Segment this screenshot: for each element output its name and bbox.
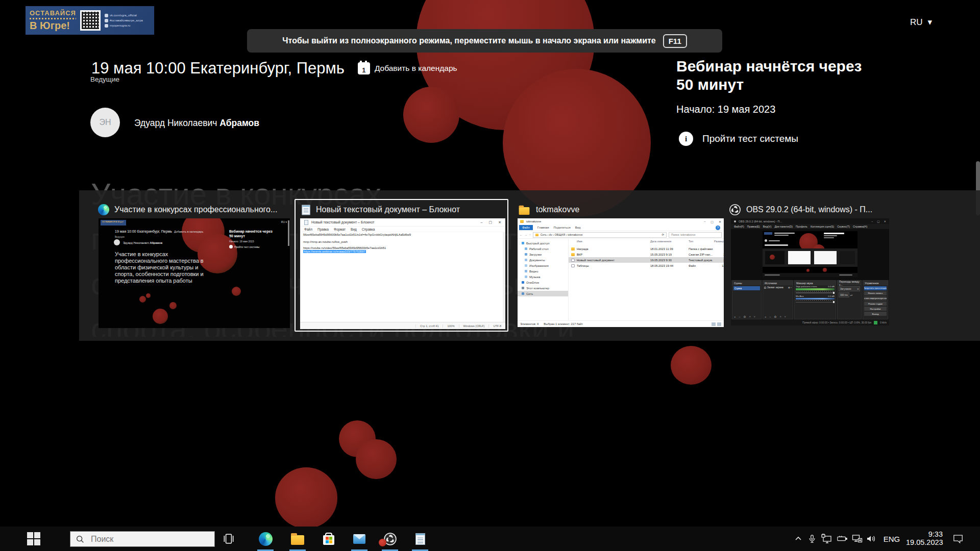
taskbar: ENG 9:33 19.05.2023 [0, 527, 980, 551]
windows-logo-icon [27, 532, 40, 545]
tray-volume[interactable] [865, 533, 878, 545]
mini-title: Участие в конкурсах профессионального ма… [115, 251, 204, 284]
notepad-titlebar: Новый текстовый документ – Блокнот –▢✕ [300, 218, 505, 227]
mini-system-test: Пройти тест системы [229, 245, 259, 248]
taskbar-notepad[interactable] [412, 531, 428, 547]
explorer-search-box: Поиск: tokmakovve [669, 232, 722, 238]
switcher-window-notepad[interactable]: Новый текстовый документ – Блокнот [301, 203, 504, 216]
network-icon [851, 534, 863, 544]
audio-meter [796, 288, 835, 290]
mini-language: RU ▾ [281, 220, 287, 223]
open-app-indicator [257, 549, 274, 551]
mini-avatar [114, 239, 120, 245]
file-row: ВКР 15.05.2023 9:19 Сжатая ZIP-пап... 1 … [569, 252, 724, 257]
obs-scene-item: Сцена [733, 286, 760, 290]
notepad-icon [415, 533, 425, 545]
start-button[interactable] [24, 531, 43, 546]
tray-battery[interactable] [836, 533, 849, 545]
mail-icon [353, 534, 365, 544]
tray-display-lock[interactable] [820, 533, 834, 545]
task-view-button[interactable] [220, 531, 237, 547]
taskbar-explorer[interactable] [290, 531, 305, 546]
tray-clock[interactable]: 9:33 19.05.2023 [906, 530, 943, 546]
add-to-calendar-button[interactable]: 1 Добавить в календарь [358, 62, 457, 74]
obs-controls-panel: Управление Запустить трансляцию Начать з… [863, 280, 888, 319]
obs-dock-panels: Сцены Сцена + − ⚙ ˄ ˅ Источники Захват э… [731, 280, 889, 319]
explorer-statusbar: Элементов: 4 Выбран 1 элемент: 217 байт [518, 320, 724, 327]
microphone-icon [807, 534, 817, 544]
file-row: Награда 18.01.2023 11:39 Папка с файлами [569, 246, 724, 252]
system-test-link[interactable]: i Пройти тест системы [679, 132, 798, 146]
notepad-scrollbar [503, 232, 505, 322]
social-icon [105, 24, 108, 28]
stay-in-ugra-banner[interactable]: ОСТАВАЙСЯ В Югре! vk.com/ugra_official #… [26, 6, 154, 35]
notepad-text-area: 56eef65eba5949d95600b5e7aa1cd1b51/s1sf=4… [300, 232, 503, 322]
mini-countdown: Вебинар начнётся через50 минут [229, 230, 285, 238]
f11-key-badge: F11 [663, 34, 687, 48]
language-selector[interactable]: RU ▾ [910, 17, 932, 28]
action-center-button[interactable] [950, 533, 966, 545]
chevron-down-icon: ▾ [928, 17, 933, 28]
mini-blob [232, 287, 241, 296]
event-datetime-row: 19 мая 10:00 Екатеринбург, Пермь 1 Добав… [91, 59, 457, 78]
explorer-nav-pane: Быстрый доступ Рабочий стол Загрузки Док… [518, 239, 569, 320]
red-blob-center-b [356, 439, 397, 479]
window-controls: –▢✕ [871, 220, 886, 223]
switcher-window-edge[interactable]: Участие в конкурсах профессионального... [98, 203, 291, 216]
volume-slider [796, 292, 835, 293]
mini-blob [169, 302, 177, 309]
stream-health-indicator [874, 321, 877, 324]
explorer-nav-selected: Сеть [518, 291, 568, 296]
red-blob-mid-right [671, 346, 712, 385]
banner-text: ОСТАВАЙСЯ В Югре! [30, 10, 76, 31]
tray-language[interactable]: ENG [881, 533, 902, 544]
taskbar-obs[interactable] [382, 531, 398, 547]
switcher-thumbnail-explorer[interactable]: tokmakovve –▢✕ Файл Главная Поделиться В… [518, 218, 724, 327]
battery-icon [837, 534, 848, 544]
notepad-line: https://rutube.ru/video/56eef65eba5949d9… [303, 246, 386, 249]
mini-banner: ОСТАВАЙСЯ В Югре! [101, 220, 126, 226]
file-explorer-icon [291, 535, 304, 545]
screen: Участие в конкурсах профессионального ма… [0, 0, 980, 551]
transition-select: Затухание▾ [839, 286, 860, 291]
event-datetime: 19 мая 10:00 Екатеринбург, Пермь [91, 59, 345, 78]
taskbar-store[interactable] [321, 531, 336, 546]
edge-icon [98, 204, 109, 215]
tray-microphone[interactable] [806, 533, 818, 545]
banner-divider [30, 18, 76, 19]
obs-preview-area [731, 229, 889, 280]
recording-badge [379, 539, 386, 546]
qr-code [80, 10, 101, 31]
window-controls: –▢✕ [704, 220, 721, 223]
host-name: Эдуард Николаевич Абрамов [134, 118, 259, 129]
search-input[interactable] [90, 534, 192, 544]
explorer-file-tab: Файл [519, 225, 533, 230]
file-row-selected: Новый текстовый документ 19.05.2023 9:30… [569, 257, 724, 263]
obs-titlebar: OBS 29.0.2 (64-bit, windows) - П... –▢✕ [731, 218, 889, 224]
obs-button: Начать запись [864, 291, 887, 296]
microsoft-store-icon [323, 535, 334, 545]
search-icon [76, 535, 85, 544]
speaker-icon [866, 534, 877, 544]
taskbar-search[interactable] [70, 531, 215, 547]
countdown: Вебинар начнётся через 50 минут [676, 57, 862, 94]
window-controls: –▢✕ [481, 220, 501, 224]
taskbar-mail[interactable] [352, 531, 367, 546]
taskbar-edge[interactable] [258, 531, 273, 546]
mini-host-name: Эдуард Николаевич Абрамов [123, 241, 162, 244]
clock-time: 9:33 [906, 530, 943, 538]
switcher-window-obs[interactable]: OBS 29.0.2 (64-bit, windows) - П... [729, 203, 887, 216]
clock-date: 19.05.2023 [906, 538, 943, 546]
obs-audio-mixer-panel: Микшер звука Звук рабочего стола0.0 dB M… [794, 280, 836, 319]
switcher-window-explorer[interactable]: tokmakovve [518, 203, 722, 216]
mini-blob [146, 293, 151, 298]
open-app-indicator [382, 549, 398, 551]
explorer-window-icon [520, 220, 524, 223]
tray-chevron-button[interactable] [793, 534, 804, 544]
explorer-address-row: ←→↑ Сеть › dv › ОБЩАЯ › tokmakovve ⟳ Пои… [518, 231, 724, 239]
switcher-thumbnail-obs[interactable]: OBS 29.0.2 (64-bit, windows) - П... –▢✕ … [731, 218, 889, 325]
tray-network[interactable] [850, 533, 864, 545]
switcher-thumbnail-notepad[interactable]: Новый текстовый документ – Блокнот –▢✕ Ф… [300, 218, 505, 329]
switcher-thumbnail-edge[interactable]: ОСТАВАЙСЯ В Югре! RU ▾ 19 мая 10:00 Екат… [99, 218, 290, 328]
obs-menubar: Файл(F)Правка(E) Вид(V)Док-панели(D) Про… [731, 224, 889, 229]
